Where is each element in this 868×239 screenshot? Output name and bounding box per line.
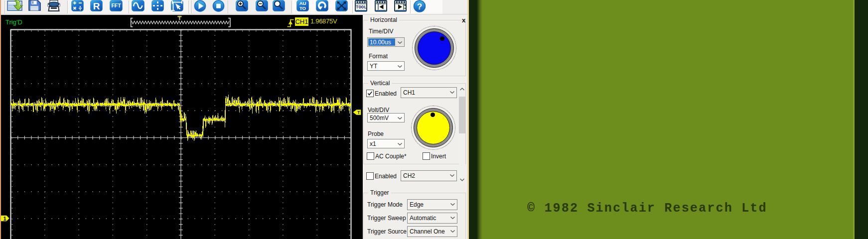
svg-text:TO: TO	[299, 5, 306, 11]
svg-text:1: 1	[3, 216, 6, 222]
svg-text:?: ?	[417, 2, 422, 11]
svg-text:T: T	[357, 110, 360, 115]
svg-text:FFT: FFT	[111, 2, 121, 8]
svg-text:TOOL: TOOL	[356, 5, 367, 10]
svg-text:R: R	[93, 1, 100, 11]
